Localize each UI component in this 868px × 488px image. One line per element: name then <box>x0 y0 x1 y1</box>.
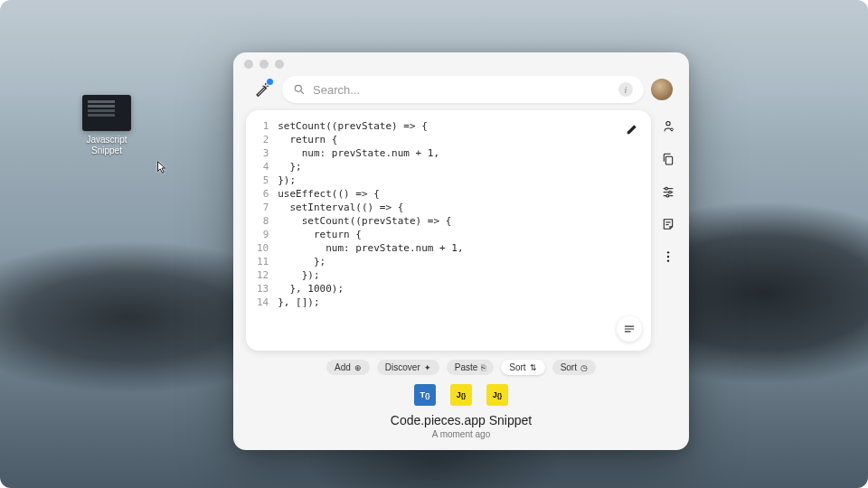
search-input[interactable] <box>313 83 611 97</box>
svg-point-6 <box>671 128 674 131</box>
copy-button[interactable] <box>659 150 677 168</box>
wrap-button[interactable] <box>617 316 642 342</box>
svg-point-17 <box>667 256 669 258</box>
search-icon <box>293 83 306 96</box>
snippet-thumbnail-icon <box>82 95 131 131</box>
plus-circle-icon: ⊕ <box>354 363 362 372</box>
snippet-title: Code.pieces.app Snippet <box>233 413 689 427</box>
paste-button[interactable]: Paste ⎘ <box>447 360 495 375</box>
close-icon[interactable] <box>244 60 253 69</box>
footer: Code.pieces.app Snippet A moment ago <box>233 408 689 450</box>
share-button[interactable] <box>659 117 677 136</box>
shuffle-icon: ⇅ <box>530 363 537 372</box>
svg-point-5 <box>666 122 670 126</box>
notification-dot-icon <box>267 79 273 85</box>
line-number-gutter: 1234567891011121314 <box>246 110 276 351</box>
discover-label: Discover <box>385 362 420 372</box>
pencil-icon <box>626 123 638 136</box>
window-titlebar[interactable] <box>233 52 689 76</box>
paste-label: Paste <box>455 362 478 372</box>
more-button[interactable] <box>659 248 677 266</box>
javascript-file-icon[interactable]: J{} <box>486 384 508 406</box>
action-bar: Add ⊕ Discover ✦ Paste ⎘ Sort ⇅ Sort ◷ <box>233 351 689 380</box>
typescript-file-icon[interactable]: T{} <box>414 384 436 406</box>
desktop-wallpaper: Javascript Snippet i <box>0 0 868 488</box>
more-vertical-icon <box>661 249 675 264</box>
code-snippet-card: 1234567891011121314 setCount((prevState)… <box>246 110 651 351</box>
sort-primary-label: Sort <box>509 362 525 372</box>
cursor-icon <box>156 161 167 175</box>
sort-secondary-label: Sort <box>561 362 577 372</box>
app-window: i 1234567891011121314 setCount((prevStat… <box>233 52 689 450</box>
maximize-icon[interactable] <box>275 60 284 69</box>
clipboard-icon: ⎘ <box>481 363 486 372</box>
svg-point-9 <box>665 187 668 190</box>
sliders-icon <box>661 184 675 199</box>
add-button[interactable]: Add ⊕ <box>326 360 370 375</box>
copy-icon <box>661 152 675 166</box>
sort-primary-button[interactable]: Sort ⇅ <box>501 360 544 375</box>
edit-button[interactable] <box>622 119 642 139</box>
svg-point-0 <box>295 85 301 91</box>
clock-icon: ◷ <box>580 363 588 372</box>
menu-icon <box>623 323 636 335</box>
sort-secondary-button[interactable]: Sort ◷ <box>552 360 596 375</box>
svg-rect-7 <box>665 156 672 164</box>
desktop-file-label: Javascript Snippet <box>78 135 136 156</box>
code-content[interactable]: setCount((prevState) => { return { num: … <box>276 110 470 351</box>
add-label: Add <box>335 362 351 372</box>
discover-button[interactable]: Discover ✦ <box>377 360 439 375</box>
avatar[interactable] <box>651 79 673 100</box>
search-bar[interactable]: i <box>282 76 644 103</box>
svg-point-18 <box>667 259 669 261</box>
snippet-timestamp: A moment ago <box>233 429 689 439</box>
svg-point-11 <box>669 191 672 193</box>
person-link-icon <box>661 119 675 134</box>
svg-point-16 <box>667 251 669 253</box>
snippet-thumbnails: T{} J{} J{} <box>233 380 689 408</box>
info-icon[interactable]: i <box>618 82 633 97</box>
minimize-icon[interactable] <box>259 60 269 69</box>
desktop-file-icon[interactable]: Javascript Snippet <box>78 95 136 156</box>
toolbar: i <box>233 76 689 110</box>
side-toolbar <box>655 110 682 351</box>
javascript-file-icon[interactable]: J{} <box>450 384 472 406</box>
note-icon <box>661 217 675 231</box>
sparkle-icon: ✦ <box>424 363 431 372</box>
settings-button[interactable] <box>659 183 677 201</box>
svg-point-13 <box>666 194 669 197</box>
magic-button[interactable] <box>250 77 275 102</box>
svg-line-1 <box>301 91 304 94</box>
note-button[interactable] <box>659 215 677 233</box>
